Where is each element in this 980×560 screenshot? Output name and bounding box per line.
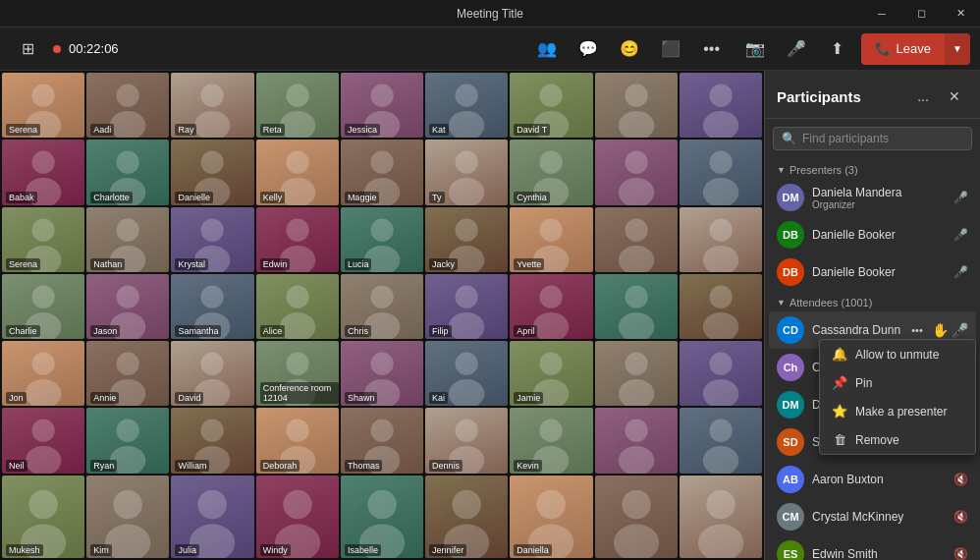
- tile-avatar-bg: [595, 73, 678, 138]
- participant-info: Daniela Mandera Organizer: [812, 186, 953, 210]
- presenters-section-header[interactable]: ▼ Presenters (3): [769, 158, 976, 179]
- tile-name-label: Edwin: [260, 258, 291, 270]
- context-menu-allow-unmute[interactable]: 🔔 Allow to unmute: [820, 340, 975, 368]
- svg-point-122: [622, 490, 650, 519]
- participant-cassandra-dunn[interactable]: CD Cassandra Dunn ••• ✋ 🎤 🔔 Allow to unm…: [769, 311, 976, 349]
- video-tile-53: [595, 408, 678, 473]
- chat-button[interactable]: 💬: [571, 31, 606, 67]
- microphone-button[interactable]: 🎤: [779, 31, 814, 67]
- participant-info: Crystal McKinney: [812, 510, 953, 524]
- svg-point-88: [709, 353, 732, 375]
- context-menu-make-presenter[interactable]: ⭐ Make a presenter: [820, 397, 975, 425]
- grid-view-button[interactable]: ⊞: [10, 31, 45, 67]
- svg-point-29: [449, 178, 484, 204]
- context-menu-pin[interactable]: 📌 Pin: [820, 368, 975, 397]
- svg-point-44: [370, 218, 393, 241]
- svg-point-74: [117, 353, 139, 375]
- panel-close-button[interactable]: ✕: [941, 83, 968, 110]
- context-menu-remove[interactable]: 🗑 Remove: [820, 425, 975, 454]
- video-tile-37: Jon: [2, 341, 84, 406]
- toolbar-right: 📷 🎤 ⬆ 📞 Leave ▼: [737, 31, 970, 67]
- tile-name-label: Babak: [6, 192, 37, 203]
- video-tile-14: Maggie: [341, 140, 423, 204]
- video-tile-8: [595, 73, 678, 138]
- tile-name-label: Jennifer: [429, 544, 466, 556]
- video-tile-62: [595, 476, 678, 558]
- pin-icon: 📌: [832, 375, 847, 390]
- video-tile-60: Jennifer: [425, 476, 508, 558]
- svg-point-120: [537, 490, 566, 519]
- people-button[interactable]: 👥: [529, 31, 565, 67]
- tile-name-label: Charlie: [6, 325, 40, 337]
- mic-icon: 🎤: [953, 265, 968, 279]
- svg-point-2: [117, 84, 139, 107]
- svg-point-17: [703, 111, 738, 138]
- video-tile-7: David T: [510, 73, 592, 138]
- tile-name-label: Kim: [90, 544, 112, 556]
- attendees-section-header[interactable]: ▼ Attendees (1001): [769, 291, 976, 311]
- tile-avatar-bg: [595, 140, 678, 204]
- minimize-button[interactable]: ─: [862, 0, 901, 27]
- allow-unmute-label: Allow to unmute: [855, 348, 939, 362]
- tile-name-label: Windy: [260, 544, 291, 556]
- participant-danielle-booker-1[interactable]: DB Danielle Booker 🎤: [769, 216, 976, 253]
- participant-edwin-smith[interactable]: ES Edwin Smith 🔇: [769, 535, 976, 560]
- video-tile-51: Dennis: [425, 408, 508, 473]
- toolbar-center: 👥 💬 😊 ⬛ •••: [529, 31, 730, 67]
- share-screen-button[interactable]: ⬆: [820, 31, 855, 67]
- svg-point-68: [625, 285, 647, 308]
- tile-name-label: Aadi: [90, 124, 114, 136]
- tile-name-label: Kelly: [260, 192, 286, 203]
- tile-name-label: Nathan: [90, 258, 125, 270]
- share-button[interactable]: ⬛: [653, 31, 688, 67]
- leave-chevron-button[interactable]: ▼: [945, 33, 970, 65]
- tile-avatar-bg: [680, 408, 762, 473]
- svg-point-10: [456, 84, 478, 107]
- presenter-icon: ⭐: [832, 404, 847, 419]
- svg-point-102: [540, 420, 563, 442]
- video-tile-35: [595, 274, 678, 339]
- svg-point-73: [26, 379, 61, 406]
- video-tile-6: Kat: [425, 73, 508, 138]
- svg-point-40: [201, 218, 224, 241]
- close-button[interactable]: ✕: [941, 0, 980, 27]
- participant-aaron-buxton[interactable]: AB Aaron Buxton 🔇: [769, 461, 976, 498]
- svg-point-50: [625, 218, 647, 241]
- avatar-aaron-buxton: AB: [777, 466, 804, 493]
- tile-name-label: Kai: [429, 392, 448, 404]
- svg-point-100: [456, 420, 478, 442]
- panel-more-button[interactable]: ...: [909, 83, 937, 110]
- svg-point-87: [618, 379, 653, 406]
- leave-button[interactable]: 📞 Leave: [861, 33, 945, 65]
- video-tile-55: Mukesh: [2, 476, 84, 558]
- avatar-serena-du: SD: [777, 428, 804, 456]
- participant-icons: 🎤: [953, 265, 968, 279]
- svg-point-98: [370, 420, 393, 442]
- participant-role: Organizer: [812, 199, 953, 210]
- restore-button[interactable]: ◻: [901, 0, 941, 27]
- presenters-label: Presenters (3): [789, 164, 858, 176]
- svg-point-18: [32, 151, 55, 174]
- participant-danielle-booker-2[interactable]: DB Danielle Booker 🎤: [769, 253, 976, 291]
- svg-point-38: [117, 218, 139, 241]
- svg-point-108: [28, 490, 57, 519]
- camera-button[interactable]: 📷: [737, 31, 773, 67]
- video-tile-52: Kevin: [510, 408, 592, 473]
- tile-avatar-bg: [680, 476, 762, 558]
- tile-avatar-bg: [680, 341, 762, 406]
- participant-daniela-mandera[interactable]: DM Daniela Mandera Organizer 🎤: [769, 179, 976, 216]
- attendees-label: Attendees (1001): [789, 297, 872, 308]
- tile-name-label: Kevin: [514, 460, 542, 472]
- reactions-button[interactable]: 😊: [612, 31, 647, 67]
- avatar-cassandra-dunn: CD: [777, 316, 804, 344]
- search-box: 🔍: [773, 127, 972, 150]
- tile-avatar-bg: [595, 274, 678, 339]
- video-tile-41: Shawn: [341, 341, 423, 406]
- video-tile-19: Serena: [2, 207, 84, 272]
- search-input[interactable]: [802, 132, 963, 145]
- participants-list: ▼ Presenters (3) DM Daniela Mandera Orga…: [765, 158, 980, 560]
- svg-point-30: [540, 151, 563, 174]
- video-grid: SerenaAadiRayRetaJessicaKatDavid TBabakC…: [0, 71, 764, 560]
- more-button[interactable]: •••: [694, 31, 730, 67]
- participant-crystal-mckinney[interactable]: CM Crystal McKinney 🔇: [769, 498, 976, 535]
